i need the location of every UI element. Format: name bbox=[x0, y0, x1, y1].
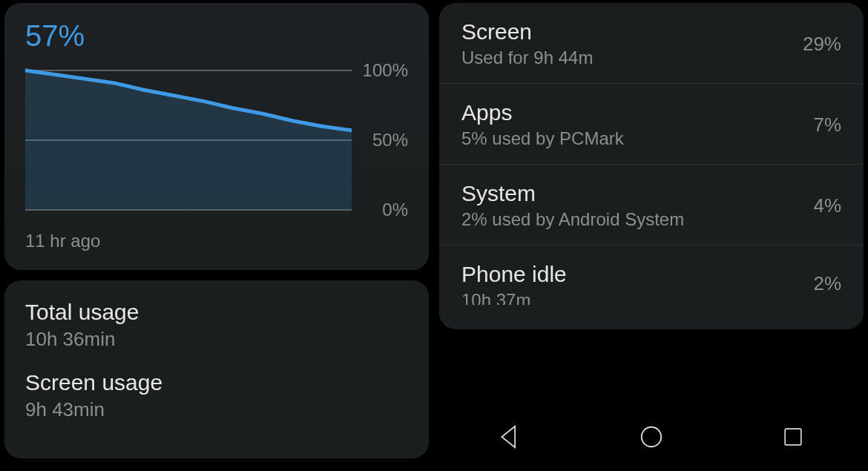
consumer-title: Phone idle bbox=[461, 262, 813, 287]
battery-chart: 100% 50% 0% bbox=[25, 66, 408, 214]
svg-rect-4 bbox=[785, 429, 801, 445]
home-icon bbox=[639, 424, 664, 449]
consumer-pct: 2% bbox=[813, 272, 841, 295]
consumer-sub: 10h 37m bbox=[461, 290, 813, 305]
screen-usage-value: 9h 43min bbox=[25, 398, 408, 421]
back-button[interactable] bbox=[495, 422, 525, 452]
back-icon bbox=[498, 425, 522, 449]
consumer-sub: Used for 9h 44m bbox=[461, 47, 803, 68]
consumer-sub: 2% used by Android System bbox=[461, 209, 813, 230]
battery-percent: 57% bbox=[25, 19, 408, 53]
total-usage-row[interactable]: Total usage 10h 36min bbox=[25, 300, 408, 351]
navigation-bar bbox=[439, 407, 864, 467]
y-label-50: 50% bbox=[372, 130, 408, 151]
chart-y-labels: 100% 50% 0% bbox=[362, 66, 408, 214]
consumer-pct: 7% bbox=[813, 113, 841, 136]
consumer-sub: 5% used by PCMark bbox=[461, 128, 813, 149]
home-button[interactable] bbox=[637, 422, 666, 452]
consumer-row-screen[interactable]: Screen Used for 9h 44m 29% bbox=[439, 3, 864, 84]
battery-chart-svg bbox=[25, 66, 352, 214]
consumer-row-system[interactable]: System 2% used by Android System 4% bbox=[439, 165, 864, 246]
y-label-100: 100% bbox=[363, 60, 408, 81]
y-label-0: 0% bbox=[382, 200, 408, 220]
chart-x-label: 11 hr ago bbox=[25, 231, 408, 251]
consumer-row-phone-idle[interactable]: Phone idle 10h 37m 2% bbox=[439, 246, 864, 309]
screen-usage-row[interactable]: Screen usage 9h 43min bbox=[25, 370, 408, 421]
consumer-row-apps[interactable]: Apps 5% used by PCMark 7% bbox=[439, 84, 864, 165]
battery-chart-card[interactable]: 57% 100% 50% 0% 11 hr ag bbox=[4, 3, 429, 270]
consumer-title: System bbox=[461, 181, 813, 206]
consumer-pct: 29% bbox=[803, 33, 841, 56]
screen-usage-label: Screen usage bbox=[25, 370, 408, 395]
consumers-card: Screen Used for 9h 44m 29% Apps 5% used … bbox=[439, 3, 864, 329]
consumer-title: Apps bbox=[461, 100, 813, 125]
svg-point-3 bbox=[642, 427, 661, 447]
recents-icon bbox=[782, 426, 804, 448]
consumer-pct: 4% bbox=[813, 194, 841, 217]
consumer-title: Screen bbox=[461, 19, 803, 45]
recents-button[interactable] bbox=[778, 422, 808, 452]
usage-card: Total usage 10h 36min Screen usage 9h 43… bbox=[4, 280, 429, 458]
total-usage-label: Total usage bbox=[25, 300, 408, 325]
total-usage-value: 10h 36min bbox=[25, 328, 408, 351]
